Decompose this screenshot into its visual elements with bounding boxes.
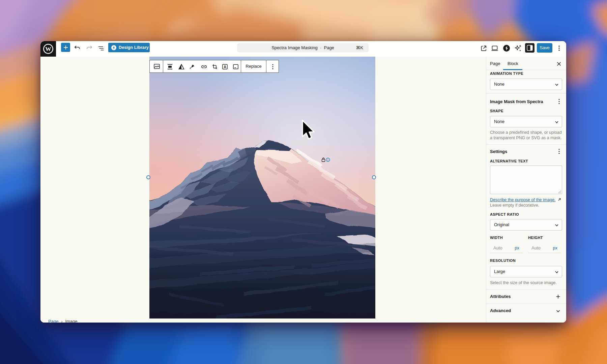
- svg-text:A: A: [224, 65, 226, 69]
- svg-text:W: W: [45, 46, 51, 52]
